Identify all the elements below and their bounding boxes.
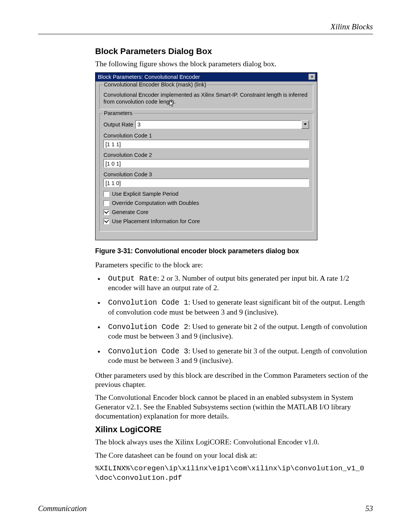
document-page: Xilinx Blocks Block Parameters Dialog Bo… [0, 0, 411, 532]
override-doubles-row[interactable]: Override Computation with Doubles [104, 200, 309, 206]
section-heading-block-params: Block Parameters Dialog Box [95, 46, 369, 56]
list-item: Convolution Code 3: Used to generate bit… [95, 347, 369, 366]
cc2-label: Convolution Code 2 [104, 152, 309, 158]
close-icon: × [311, 74, 313, 79]
block-parameters-dialog: Block Parameters: Convolutional Encoder … [95, 72, 317, 240]
params-intro: Parameters specific to the block are: [95, 260, 369, 270]
dialog-body: Convolutional Encoder Block (mask) (link… [96, 81, 317, 240]
override-doubles-label: Override Computation with Doubles [112, 200, 199, 206]
body-column: Block Parameters Dialog Box The followin… [95, 46, 369, 483]
cc3-label: Convolution Code 3 [104, 171, 309, 177]
close-button[interactable]: × [309, 74, 315, 80]
cc1-label: Convolution Code 1 [104, 133, 309, 139]
code-term: Convolution Code 2 [108, 323, 188, 331]
explicit-sample-label: Use Explicit Sample Period [112, 191, 178, 197]
mask-groupbox: Convolutional Encoder Block (mask) (link… [99, 85, 313, 109]
dialog-title: Block Parameters: Convolutional Encoder [98, 74, 309, 80]
dialog-titlebar: Block Parameters: Convolutional Encoder … [96, 73, 317, 81]
output-rate-label: Output Rate [104, 121, 133, 128]
output-rate-combo[interactable]: 3 [135, 120, 309, 129]
header-rule [38, 34, 373, 34]
mask-legend: Convolutional Encoder Block (mask) (link… [103, 81, 207, 88]
list-item: Output Rate: 2 or 3. Number of output bi… [95, 274, 369, 293]
cc3-input[interactable]: [1 1 0] [104, 179, 309, 187]
output-rate-value[interactable]: 3 [135, 120, 301, 129]
code-term: Convolution Code 1 [108, 299, 188, 307]
code-term: Convolution Code 3 [108, 347, 188, 356]
combo-dropdown-button[interactable] [301, 120, 309, 129]
code-term: Output Rate [108, 275, 157, 283]
subsystem-note: The Convolutional Encoder block cannot b… [95, 393, 369, 421]
placement-info-label: Use Placement Information for Core [112, 218, 200, 224]
cc2-input[interactable]: [1 0 1] [104, 159, 309, 168]
list-item: Convolution Code 1: Used to generate lea… [95, 298, 369, 317]
figure-caption: Figure 3-31: Convolutional encoder block… [95, 247, 369, 255]
cc1-input[interactable]: [1 1 1] [104, 140, 309, 148]
explicit-sample-row[interactable]: Use Explicit Sample Period [104, 191, 309, 197]
chevron-down-icon [304, 123, 307, 126]
datasheet-path: %XILINX%\coregen\ip\xilinx\eip1\com\xili… [95, 464, 369, 482]
footer-page-number: 53 [365, 504, 373, 513]
section-heading-logicore: Xilinx LogiCORE [95, 425, 369, 435]
running-header: Xilinx Blocks [38, 22, 373, 32]
generate-core-label: Generate Core [112, 209, 148, 215]
datasheet-intro: The Core datasheet can be found on your … [95, 451, 369, 460]
other-params-note: Other parameters used by this block are … [95, 371, 369, 390]
list-item: Convolution Code 2: Used to generate bit… [95, 322, 369, 341]
generate-core-checkbox[interactable] [104, 209, 109, 215]
parameters-legend: Parameters [103, 110, 134, 116]
parameters-groupbox: Parameters Output Rate 3 Convol [99, 113, 313, 232]
mask-description: Convolutional Encoder implemented as Xil… [104, 92, 309, 105]
placement-info-row[interactable]: Use Placement Information for Core [104, 218, 309, 224]
output-rate-row: Output Rate 3 [104, 120, 309, 129]
logicore-desc: The block always uses the Xilinx LogiCOR… [95, 438, 369, 447]
explicit-sample-checkbox[interactable] [104, 191, 109, 197]
footer-left: Communication [38, 504, 87, 513]
intro-paragraph: The following figure shows the block par… [95, 59, 369, 69]
page-footer: Communication 53 [38, 504, 373, 513]
placement-info-checkbox[interactable] [104, 219, 109, 224]
override-doubles-checkbox[interactable] [104, 200, 109, 206]
generate-core-row[interactable]: Generate Core [104, 209, 309, 215]
parameter-list: Output Rate: 2 or 3. Number of output bi… [95, 274, 369, 366]
